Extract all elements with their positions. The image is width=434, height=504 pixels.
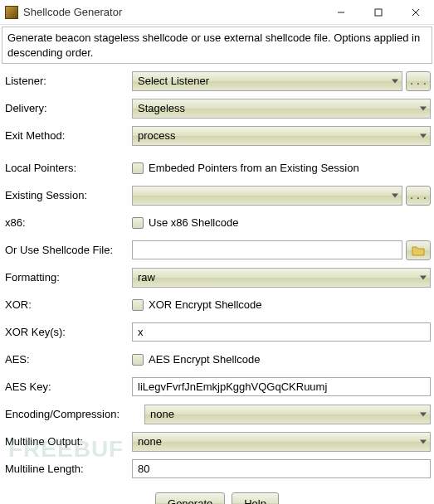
local-pointers-checkbox[interactable]: Embeded Pointers from an Existing Sessio… bbox=[132, 162, 359, 174]
row-x86: x86: Use x86 Shellcode bbox=[3, 212, 431, 233]
existing-session-browse-button[interactable]: ... bbox=[406, 186, 431, 206]
minimize-button[interactable] bbox=[322, 0, 359, 25]
window-title: Shellcode Generator bbox=[23, 6, 322, 18]
ellipsis-icon: ... bbox=[408, 189, 427, 201]
chevron-down-icon bbox=[420, 412, 427, 416]
label-xor-keys: XOR Key(s): bbox=[3, 326, 132, 338]
chevron-down-icon bbox=[392, 193, 398, 197]
x86-text: Use x86 Shellcode bbox=[149, 216, 238, 229]
maximize-icon bbox=[374, 8, 383, 17]
label-aes: AES: bbox=[3, 353, 132, 366]
row-encoding: Encoding/Compression: none bbox=[3, 404, 431, 424]
label-listener: Listener: bbox=[3, 75, 132, 87]
label-shellcode-file: Or Use Shellcode File: bbox=[3, 244, 132, 256]
row-exit-method: Exit Method: process bbox=[3, 125, 431, 146]
row-listener: Listener: Select Listener ... bbox=[3, 70, 431, 91]
svg-rect-1 bbox=[375, 9, 382, 16]
label-x86: x86: bbox=[3, 216, 132, 229]
listener-select[interactable]: Select Listener bbox=[132, 71, 402, 91]
aes-checkbox[interactable]: AES Encrypt Shellcode bbox=[132, 353, 260, 366]
label-xor: XOR: bbox=[3, 298, 132, 311]
close-button[interactable] bbox=[397, 0, 434, 25]
row-xor-keys: XOR Key(s): bbox=[3, 322, 431, 342]
listener-browse-button[interactable]: ... bbox=[406, 71, 431, 91]
xor-text: XOR Encrypt Shellcode bbox=[149, 298, 262, 311]
description-box: Generate beacon stageless shellcode or u… bbox=[2, 27, 432, 64]
chevron-down-icon bbox=[392, 79, 398, 83]
minimize-icon bbox=[337, 8, 345, 17]
delivery-select[interactable]: Stageless bbox=[132, 99, 431, 119]
row-aes: AES: AES Encrypt Shellcode bbox=[3, 349, 431, 370]
encoding-value: none bbox=[150, 408, 174, 420]
label-formatting: Formatting: bbox=[3, 271, 132, 284]
app-icon bbox=[5, 6, 18, 19]
label-aes-key: AES Key: bbox=[3, 380, 132, 393]
row-formatting: Formatting: raw bbox=[3, 267, 431, 288]
shellcode-file-browse-button[interactable] bbox=[406, 240, 431, 260]
checkbox-icon bbox=[132, 217, 144, 229]
generate-button[interactable]: Generate bbox=[155, 492, 225, 504]
checkbox-icon bbox=[132, 354, 144, 366]
footer: Generate Help bbox=[3, 492, 431, 504]
delivery-value: Stageless bbox=[138, 102, 185, 114]
chevron-down-icon bbox=[420, 106, 427, 110]
formatting-value: raw bbox=[138, 271, 155, 284]
row-shellcode-file: Or Use Shellcode File: bbox=[3, 240, 431, 260]
multiline-length-input[interactable] bbox=[132, 459, 431, 478]
exit-method-select[interactable]: process bbox=[132, 126, 431, 146]
x86-checkbox[interactable]: Use x86 Shellcode bbox=[132, 216, 238, 229]
form: Listener: Select Listener ... Delivery: … bbox=[0, 70, 434, 504]
row-xor: XOR: XOR Encrypt Shellcode bbox=[3, 294, 431, 315]
label-existing-session: Existing Session: bbox=[3, 189, 132, 201]
local-pointers-text: Embeded Pointers from an Existing Sessio… bbox=[149, 162, 359, 174]
label-encoding: Encoding/Compression: bbox=[3, 408, 144, 420]
formatting-select[interactable]: raw bbox=[132, 268, 431, 288]
listener-value: Select Listener bbox=[138, 75, 209, 87]
checkbox-icon bbox=[132, 162, 144, 174]
checkbox-icon bbox=[132, 299, 144, 311]
row-aes-key: AES Key: bbox=[3, 376, 431, 397]
row-delivery: Delivery: Stageless bbox=[3, 98, 431, 119]
xor-checkbox[interactable]: XOR Encrypt Shellcode bbox=[132, 298, 262, 311]
aes-text: AES Encrypt Shellcode bbox=[149, 353, 260, 366]
help-button[interactable]: Help bbox=[232, 492, 279, 504]
exit-method-value: process bbox=[138, 129, 176, 142]
ellipsis-icon: ... bbox=[408, 75, 427, 87]
row-multiline-output: Multiline Output: none bbox=[3, 431, 431, 452]
titlebar: Shellcode Generator bbox=[0, 0, 434, 25]
label-multiline-output: Multiline Output: bbox=[3, 435, 132, 448]
chevron-down-icon bbox=[420, 133, 427, 138]
row-multiline-length: Multiline Length: bbox=[3, 458, 431, 479]
xor-keys-input[interactable] bbox=[132, 322, 431, 342]
label-exit-method: Exit Method: bbox=[3, 129, 132, 142]
maximize-button[interactable] bbox=[359, 0, 397, 25]
close-icon bbox=[412, 8, 420, 17]
multiline-output-value: none bbox=[138, 435, 162, 448]
help-label: Help bbox=[244, 497, 266, 504]
label-delivery: Delivery: bbox=[3, 102, 132, 114]
label-multiline-length: Multiline Length: bbox=[3, 463, 132, 475]
row-existing-session: Existing Session: ... bbox=[3, 185, 431, 206]
generate-label: Generate bbox=[168, 497, 212, 504]
label-local-pointers: Local Pointers: bbox=[3, 162, 132, 174]
aes-key-input[interactable] bbox=[132, 377, 431, 396]
chevron-down-icon bbox=[420, 275, 427, 279]
row-local-pointers: Local Pointers: Embeded Pointers from an… bbox=[3, 158, 431, 178]
folder-icon bbox=[412, 245, 425, 256]
encoding-select[interactable]: none bbox=[144, 405, 431, 424]
shellcode-file-input[interactable] bbox=[132, 240, 402, 259]
chevron-down-icon bbox=[420, 439, 427, 443]
multiline-output-select[interactable]: none bbox=[132, 432, 431, 452]
existing-session-select[interactable] bbox=[132, 186, 402, 206]
